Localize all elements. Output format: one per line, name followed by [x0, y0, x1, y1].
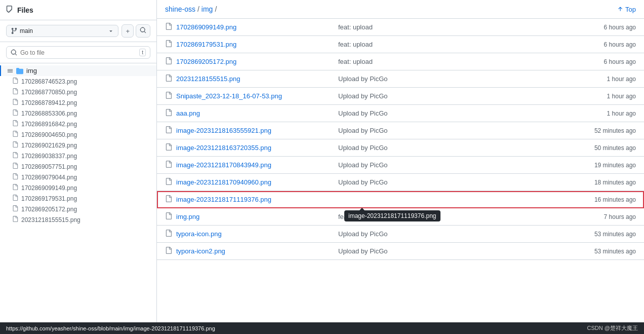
- go-to-file-input[interactable]: [20, 49, 136, 56]
- file-time: 6 hours ago: [575, 24, 636, 31]
- file-doc-icon: [12, 131, 18, 138]
- tree-file-name: 1702869179531.png: [21, 195, 77, 202]
- file-row: 1702869205172.png feat: upload 6 hours a…: [157, 53, 644, 70]
- commit-message: Upload by PicGo: [338, 178, 575, 186]
- file-row: aaa.png Upload by PicGo 1 hour ago: [157, 105, 644, 122]
- commit-message: feat: upload: [338, 41, 575, 48]
- file-row-icon: [165, 109, 172, 118]
- tree-file-item[interactable]: 1702869205172.png: [0, 204, 156, 214]
- file-time: 6 hours ago: [575, 58, 636, 65]
- main-content: shine-oss / img / Top 1702869099149.png …: [157, 0, 644, 322]
- tree-file-name: 1702869038337.png: [21, 153, 77, 160]
- branch-name: main: [20, 27, 106, 34]
- file-name-link[interactable]: 1702869205172.png: [176, 58, 338, 65]
- tree-file-name: 1702869004650.png: [21, 131, 77, 138]
- file-name-link[interactable]: image-20231218170940960.png: [176, 178, 338, 186]
- tree-file-name: 1702868770850.png: [21, 89, 77, 96]
- tree-file-item[interactable]: 1702869057751.png: [0, 161, 156, 172]
- commit-message: feat: upload: [338, 58, 575, 65]
- file-row: 1702869099149.png feat: upload 6 hours a…: [157, 19, 644, 36]
- file-row: typora-icon2.png Upload by PicGo 53 minu…: [157, 243, 644, 260]
- file-doc-icon: [12, 152, 18, 160]
- status-brand: CSDN @楚祥大魔王: [587, 324, 638, 332]
- tree-file-item[interactable]: 1702869179531.png: [0, 193, 156, 204]
- commit-message: Upload by PicGo: [338, 230, 575, 238]
- file-time: 19 minutes ago: [575, 162, 636, 169]
- file-list: 1702869099149.png feat: upload 6 hours a…: [157, 19, 644, 322]
- tree-file-name: 1702868916842.png: [21, 121, 77, 128]
- file-row: image-20231218163720355.png Upload by Pi…: [157, 139, 644, 157]
- tree-file-item[interactable]: 1702869021629.png: [0, 140, 156, 151]
- commit-message: Upload by PicGo: [338, 161, 575, 169]
- branch-actions: +: [122, 24, 150, 38]
- file-name-link[interactable]: aaa.png: [176, 109, 338, 117]
- file-name-link[interactable]: image-20231218170843949.png: [176, 161, 338, 169]
- commit-message: Upload by PicGo: [338, 144, 575, 152]
- tree-file-item[interactable]: 1702868789412.png: [0, 97, 156, 108]
- file-row-icon: [165, 212, 172, 221]
- search-shortcut: t: [139, 49, 146, 56]
- file-doc-icon: [12, 78, 18, 85]
- file-name-link[interactable]: 1702869099149.png: [176, 23, 338, 31]
- top-link[interactable]: Top: [617, 6, 636, 13]
- file-tree: img 1702868746523.png 1702868770850.png …: [0, 63, 156, 322]
- file-doc-icon: [12, 205, 18, 213]
- file-name-link[interactable]: typora-icon2.png: [176, 247, 338, 255]
- file-name-link[interactable]: image-20231218163720355.png: [176, 144, 338, 152]
- tree-files: 1702868746523.png 1702868770850.png 1702…: [0, 76, 156, 225]
- top-label: Top: [625, 6, 636, 13]
- file-name-link[interactable]: img.png: [176, 213, 338, 220]
- file-time: 1 hour ago: [575, 76, 636, 83]
- file-doc-icon: [12, 88, 18, 96]
- tree-file-item[interactable]: 1702869038337.png: [0, 151, 156, 161]
- file-doc-icon: [12, 141, 18, 149]
- branch-selector[interactable]: main: [6, 25, 118, 37]
- file-name-link[interactable]: typora-icon.png: [176, 230, 338, 238]
- search-files-button[interactable]: [136, 24, 150, 38]
- breadcrumb-row: shine-oss / img / Top: [157, 0, 644, 19]
- file-name-link[interactable]: image-20231218163555921.png: [176, 127, 338, 134]
- file-name-link[interactable]: 20231218155515.png: [176, 75, 338, 83]
- file-name-link[interactable]: 1702869179531.png: [176, 41, 338, 48]
- file-name-link[interactable]: Snipaste_2023-12-18_16-07-53.png: [176, 92, 338, 100]
- tree-file-name: 1702869205172.png: [21, 206, 77, 213]
- file-row-icon: [165, 178, 172, 187]
- tree-file-item[interactable]: 1702868853306.png: [0, 108, 156, 119]
- file-row: 20231218155515.png Upload by PicGo 1 hou…: [157, 70, 644, 88]
- tree-file-item[interactable]: 1702868916842.png: [0, 119, 156, 129]
- file-doc-icon: [12, 120, 18, 128]
- tree-file-item[interactable]: 1702869099149.png: [0, 182, 156, 193]
- sidebar-header: Files: [0, 0, 156, 20]
- file-row-icon: [165, 75, 172, 83]
- file-row-icon: [165, 57, 172, 66]
- tree-file-item[interactable]: 1702868746523.png: [0, 76, 156, 87]
- tree-file-item[interactable]: 20231218155515.png: [0, 214, 156, 225]
- file-time: 53 minutes ago: [575, 248, 636, 255]
- tree-file-name: 1702869099149.png: [21, 184, 77, 192]
- file-time: 50 minutes ago: [575, 144, 636, 152]
- tree-file-name: 1702869079044.png: [21, 174, 77, 181]
- file-row: image-20231218163555921.png Upload by Pi…: [157, 122, 644, 139]
- file-time: 53 minutes ago: [575, 231, 636, 238]
- tree-file-item[interactable]: 1702869004650.png: [0, 129, 156, 140]
- file-time: 1 hour ago: [575, 93, 636, 100]
- file-time: 52 minutes ago: [575, 127, 636, 134]
- file-name-link[interactable]: image-20231218171119376.png: [176, 196, 338, 203]
- file-row-icon: [165, 92, 172, 100]
- file-row: image-20231218170940960.png Upload by Pi…: [157, 174, 644, 191]
- tree-folder-img[interactable]: img: [0, 65, 156, 76]
- branch-row: main +: [0, 20, 156, 42]
- file-time: 7 hours ago: [575, 213, 636, 220]
- search-row: t: [0, 42, 156, 63]
- go-to-file-wrap[interactable]: t: [6, 46, 150, 59]
- file-row-icon: [165, 126, 172, 135]
- add-file-button[interactable]: +: [122, 24, 134, 38]
- file-doc-icon: [12, 195, 18, 202]
- breadcrumb-sep2: /: [215, 5, 217, 13]
- commit-message: Upload by PicGo: [338, 92, 575, 100]
- breadcrumb-folder[interactable]: img: [202, 5, 213, 13]
- commit-message: Upload by PicGo: [338, 109, 575, 117]
- tree-file-item[interactable]: 1702868770850.png: [0, 87, 156, 97]
- breadcrumb-repo[interactable]: shine-oss: [165, 5, 195, 13]
- tree-file-item[interactable]: 1702869079044.png: [0, 172, 156, 182]
